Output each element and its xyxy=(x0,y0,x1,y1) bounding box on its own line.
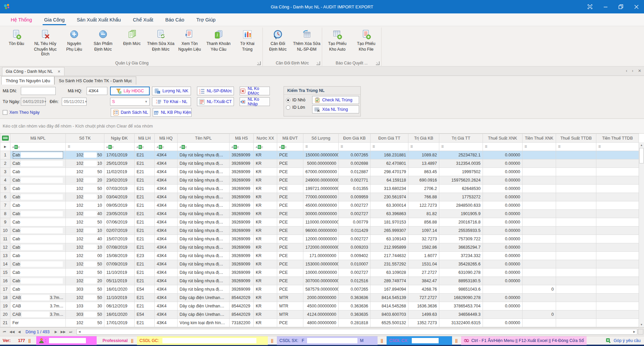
cell-nuoc_xx[interactable]: KR xyxy=(254,151,277,159)
cell-tien_thue_xnk[interactable]: 0 xyxy=(523,310,556,319)
cell-ma_dvt[interactable]: PCE xyxy=(277,277,303,285)
cell-so_tk[interactable]: 10250 xyxy=(66,185,104,193)
cell-idx[interactable]: 11 xyxy=(0,235,10,243)
cell-ma_npl[interactable]: Cab xyxy=(10,268,66,277)
ribbon-button-nguyen-phu-lieu[interactable]: NguyênPhụ Liệu xyxy=(60,28,89,60)
cell-tri_gia_tt[interactable]: 36635294.7 xyxy=(439,243,483,252)
close-button[interactable] xyxy=(629,0,644,13)
cell-ngay_dk[interactable]: 11/10/2019 xyxy=(104,268,135,277)
cell-thue_suat_xnk[interactable] xyxy=(483,310,523,319)
column-header-don_gia_kb[interactable]: Đơn Giá KB xyxy=(339,134,370,143)
table-row[interactable]: 12Cab1021007/08/2019E2143K4Dây rút bằng … xyxy=(0,243,639,252)
column-header-indicator[interactable] xyxy=(0,134,10,143)
cell-don_gia_kb[interactable]: 0.012887 xyxy=(339,168,370,176)
cell-thue_suat_xnk[interactable]: 0.00000 xyxy=(483,319,523,327)
cell-ten_npl[interactable]: Dây rút bằng nhựa đị… xyxy=(178,159,230,168)
cell-ma_lh[interactable]: E54 xyxy=(135,310,155,319)
cell-ngay_dk[interactable]: 15/08/2019 xyxy=(104,252,135,260)
cell-ma_dvt[interactable]: PCE xyxy=(277,227,303,235)
cell-don_gia_tt[interactable]: 265.999307 xyxy=(370,227,408,235)
cell-nuoc_xx[interactable]: KR xyxy=(254,218,277,227)
cell-ngay_dk[interactable]: 11/02/2019 xyxy=(104,168,135,176)
cell-don_gia_tt[interactable]: 298.470179 xyxy=(370,168,408,176)
cell-thue_suat_xnk[interactable]: 0.00000 xyxy=(483,185,523,193)
cell-thue_suat_xnk[interactable]: 0.00000 xyxy=(483,168,523,176)
cell-idx[interactable]: 17 xyxy=(0,285,10,294)
ribbon-button-thanh-khoan-yeu-cau[interactable]: 1Thanh KhoảnYêu Cầu xyxy=(204,28,233,60)
cell-tri_gia_tt[interactable]: 17753272 xyxy=(439,193,483,201)
cell-thue_suat_xnk[interactable]: 0.00000 xyxy=(483,193,523,201)
cell-ngay_dk[interactable]: 07/09/2019 xyxy=(104,260,135,268)
scroll-down-icon[interactable]: ▼ xyxy=(639,322,644,327)
cell-ma_dvt[interactable]: PCE xyxy=(277,285,303,294)
cell-nuoc_xx[interactable]: KR xyxy=(254,319,277,327)
cell-ten_npl[interactable]: Dây rút bằng nhựa đị… xyxy=(178,151,230,159)
cell-tien_thue_ttdb[interactable] xyxy=(596,193,639,201)
cell-thue_suat_xnk[interactable]: 0.00000 xyxy=(483,151,523,159)
cell-thue_suat_ttdb[interactable] xyxy=(556,185,596,193)
table-row[interactable]: 11Cab1024015/07/2019E2143K4Dây rút bằng … xyxy=(0,235,639,243)
cell-idx[interactable]: 14 xyxy=(0,260,10,268)
cell-ma_lh[interactable]: E21 xyxy=(135,151,155,159)
cell-ma_hs[interactable]: 39269099 xyxy=(230,227,254,235)
cell-tri_gia_kb[interactable]: 1.6077 xyxy=(408,252,439,260)
cell-so_luong[interactable]: 171.00000000 xyxy=(303,252,339,260)
scrollbar-thumb[interactable] xyxy=(639,148,644,163)
column-header-tien_thue_xnk[interactable]: Tiền Thuế XNK xyxy=(523,134,556,143)
cell-don_gia_tt[interactable]: 8414.545268 xyxy=(370,302,408,310)
cell-ma_hq[interactable]: 43K4 xyxy=(155,252,178,260)
cell-thue_suat_ttdb[interactable] xyxy=(556,268,596,277)
group-by-bar[interactable]: Kéo cột cần nhóm vào đây để nhóm - Kích … xyxy=(0,119,644,134)
cell-tien_thue_xnk[interactable] xyxy=(523,252,556,260)
cell-thue_suat_xnk[interactable]: 0.00000 xyxy=(483,227,523,235)
cell-so_luong[interactable]: 110000.00000000 xyxy=(303,218,339,227)
cell-ma_npl[interactable]: CAB3.7m… xyxy=(10,294,66,302)
cell-nuoc_xx[interactable]: KR xyxy=(254,159,277,168)
fullscreen-button[interactable] xyxy=(582,0,598,13)
column-header-ten_npl[interactable]: Tên NPL xyxy=(178,134,230,143)
table-row[interactable]: 13Cab1020015/08/2019E2343K4Dây rút bằng … xyxy=(0,252,639,260)
cell-ma_dvt[interactable]: MTR xyxy=(277,302,303,310)
cell-tri_gia_tt[interactable]: 312354.0035 xyxy=(439,159,483,168)
cell-ma_hq[interactable]: 43K4 xyxy=(155,235,178,243)
cell-tien_thue_xnk[interactable] xyxy=(523,268,556,277)
cell-ma_hq[interactable]: 43K4 xyxy=(155,277,178,285)
table-row[interactable]: 1Cab1025017/01/2019E2143K4Dây rút bằng n… xyxy=(0,151,639,159)
cell-ma_lh[interactable]: E21 xyxy=(135,235,155,243)
cell-tien_thue_xnk[interactable] xyxy=(523,176,556,185)
filter-cell-so_luong[interactable]: = xyxy=(303,143,339,151)
cell-tien_thue_ttdb[interactable] xyxy=(596,176,639,185)
cell-don_gia_kb[interactable]: 0.010007 xyxy=(339,260,370,268)
xem-theo-ngay-checkbox[interactable] xyxy=(3,110,7,115)
cell-idx[interactable]: 12 xyxy=(0,243,10,252)
cell-tri_gia_tt[interactable]: 757309.722 xyxy=(439,235,483,243)
cell-tri_gia_kb[interactable]: 856.88 xyxy=(408,218,439,227)
nl-txuat-ct-button[interactable]: NL-TXuất-CT xyxy=(197,97,234,106)
cell-so_luong[interactable]: 4500.00000000 xyxy=(303,302,339,310)
cell-so_tk[interactable]: 10330 xyxy=(66,302,104,310)
cell-ma_npl[interactable]: CAB3.7m… xyxy=(10,310,66,319)
cell-don_gia_kb[interactable]: 0.00779 xyxy=(339,218,370,227)
dialog-launcher-icon[interactable]: ↘ xyxy=(376,61,380,65)
cell-ngay_dk[interactable]: 17/01/2019 xyxy=(104,319,135,327)
cell-nuoc_xx[interactable]: KR xyxy=(254,176,277,185)
filter-cell-tien_thue_ttdb[interactable]: = xyxy=(596,143,639,151)
check-nl-trung-button[interactable]: Check NL Trùng xyxy=(312,96,359,104)
cell-idx[interactable]: 1 xyxy=(0,151,10,159)
cell-so_luong[interactable]: 77000.00000000 xyxy=(303,193,339,201)
cell-ngay_dk[interactable]: 07/06/2019 xyxy=(104,218,135,227)
ribbon-button-them-sua-xoa-dinh-muc[interactable]: Thêm Sửa XóaĐịnh Mức xyxy=(146,28,175,60)
cell-tri_gia_tt[interactable]: 88953180.5 xyxy=(439,277,483,285)
cell-nuoc_xx[interactable]: KR xyxy=(254,277,277,285)
cell-ma_npl[interactable]: Cab xyxy=(10,168,66,176)
cell-idx[interactable]: 4 xyxy=(0,176,10,185)
scroll-up-icon[interactable]: ▲ xyxy=(639,142,644,148)
cell-tri_gia_tt[interactable]: 34656449.3 xyxy=(439,310,483,319)
filter-cell-ma_hs[interactable]: ABC xyxy=(230,143,254,151)
cell-ten_npl[interactable]: Dây rút bằng nhựa đị… xyxy=(178,210,230,218)
cell-ngay_dk[interactable]: 23/02/2019 xyxy=(104,176,135,185)
id-nho-radio[interactable]: ID Nhỏ xyxy=(286,98,312,102)
column-header-ma_hq[interactable]: Mã HQ xyxy=(155,134,178,143)
menu-item-4[interactable]: Báo Cáo xyxy=(159,13,190,26)
cell-tri_gia_tt[interactable]: 19997502 xyxy=(439,168,483,176)
